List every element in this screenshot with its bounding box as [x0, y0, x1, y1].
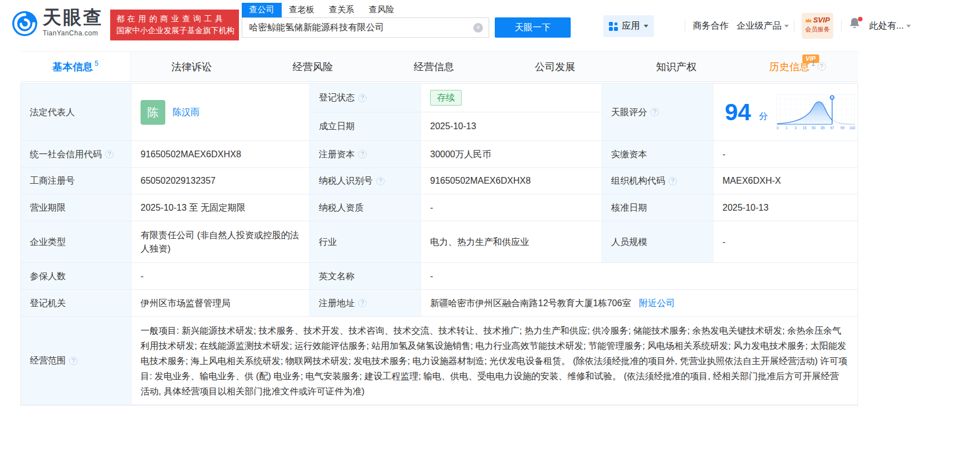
field-label-taxpayer-id: 纳税人识别号? — [310, 168, 421, 194]
tab-basic-info[interactable]: 基本信息 5 — [20, 52, 131, 81]
tianyancha-swirl-icon — [12, 11, 38, 37]
help-icon[interactable]: ? — [358, 94, 367, 102]
tab-legal-litigation[interactable]: 法律诉讼 — [131, 52, 252, 81]
apps-label: 应用 — [622, 20, 640, 32]
brand-name: 天眼查 — [43, 7, 103, 28]
help-icon[interactable]: ? — [358, 150, 367, 158]
top-header: 天眼查 TianYanCha.com 都在用的商业查询工具 国家中小企业发展子基… — [0, 0, 980, 51]
enterprise-products-link[interactable]: 企业级产品 — [737, 20, 789, 32]
search-tab-boss[interactable]: 查老板 — [282, 3, 322, 17]
tab-operation-risk[interactable]: 经营风险 — [252, 52, 374, 81]
tab-intellectual-property[interactable]: 知识产权 — [616, 52, 737, 81]
help-icon[interactable]: ? — [69, 357, 78, 365]
field-value-industry: 电力、热力生产和供应业 — [421, 221, 602, 263]
help-icon[interactable]: ? — [669, 177, 677, 185]
field-label-biz-term: 营业期限 — [21, 194, 132, 221]
help-icon[interactable]: ? — [358, 299, 367, 307]
score-value: 94 — [725, 101, 751, 124]
field-label-industry: 行业 — [310, 221, 421, 263]
search-tabs: 查公司 查老板 查关系 查风险 — [242, 3, 571, 17]
legal-rep-avatar[interactable]: 陈 — [141, 100, 165, 125]
field-value-english-name: - — [421, 263, 857, 290]
field-label-score: 天眼评分? — [602, 84, 713, 141]
apps-menu-button[interactable]: 应用 — [603, 15, 654, 37]
field-label-reg-address: 注册地址? — [310, 290, 421, 317]
promo-line1: 都在用的商业查询工具 — [116, 13, 233, 25]
legal-rep-link[interactable]: 陈汉雨 — [173, 106, 200, 119]
account-menu[interactable]: 此处有... — [869, 20, 911, 32]
nearby-companies-link[interactable]: 附近公司 — [639, 297, 675, 310]
notification-dot — [858, 17, 862, 21]
promo-line2: 国家中小企业发展子基金旗下机构 — [116, 25, 233, 37]
promo-banner: 都在用的商业查询工具 国家中小企业发展子基金旗下机构 — [110, 10, 239, 40]
help-icon[interactable]: ? — [105, 150, 114, 158]
search-tab-risk[interactable]: 查风险 — [362, 3, 401, 17]
brand-domain: TianYanCha.com — [43, 29, 103, 37]
svg-text:100: 100 — [849, 126, 855, 130]
company-section-tabs: 基本信息 5 法律诉讼 经营风险 经营信息 公司发展 知识产权 VIP 历史信息… — [20, 51, 858, 82]
svg-text:15: 15 — [802, 126, 806, 130]
score-distribution-chart: 0 1 3 15 50 85 97 99 100 — [775, 87, 855, 138]
basic-info-table: 法定代表人 陈 陈汉雨 登记状态? 存续 天眼评分? 94 分 — [20, 83, 858, 406]
field-value-org-code: MAEX6DXH-X — [713, 168, 857, 194]
field-value-business-scope: 一般项目: 新兴能源技术研发; 技术服务、技术开发、技术咨询、技术交流、技术转让… — [132, 317, 857, 405]
chevron-down-icon — [644, 25, 648, 28]
field-label-legal-rep: 法定代表人 — [21, 84, 132, 141]
header-divider — [794, 20, 794, 31]
field-label-business-scope: 经营范围? — [21, 317, 132, 405]
svg-text:99: 99 — [840, 126, 844, 130]
search-input[interactable] — [242, 18, 489, 37]
svg-text:1: 1 — [785, 126, 788, 130]
tab-count: 5 — [94, 60, 98, 67]
field-label-staff-size: 人员规模 — [602, 221, 713, 263]
field-label-reg-status: 登记状态? — [310, 84, 421, 112]
tab-company-development[interactable]: 公司发展 — [495, 52, 616, 81]
svg-text:97: 97 — [830, 126, 834, 130]
field-value-paid-capital: - — [713, 141, 857, 168]
field-value-staff-size: - — [713, 221, 857, 263]
status-badge: 存续 — [430, 90, 462, 106]
field-value-approval-date: 2025-10-13 — [713, 194, 857, 221]
field-value-reg-number: 650502029132357 — [132, 168, 310, 194]
header-divider — [685, 20, 685, 31]
field-value-reg-address: 新疆哈密市伊州区融合南路12号教育大厦1栋706室 附近公司 — [421, 290, 857, 317]
vip-badge: VIP — [802, 54, 819, 63]
field-value-reg-status: 存续 — [421, 84, 602, 112]
notifications-bell-icon[interactable] — [849, 17, 862, 32]
svg-text:50: 50 — [811, 126, 815, 130]
field-label-reg-capital: 注册资本? — [310, 141, 421, 168]
header-right: 应用 商务合作 企业级产品 SVIP 会员服务 — [596, 0, 980, 51]
field-value-legal-rep: 陈 陈汉雨 — [132, 84, 310, 141]
help-icon[interactable]: ? — [818, 62, 826, 71]
field-label-org-code: 组织机构代码? — [602, 168, 713, 194]
field-value-biz-term: 2025-10-13 至 无固定期限 — [132, 194, 310, 221]
field-label-paid-capital: 实缴资本 — [602, 141, 713, 168]
tab-count: 1 — [811, 60, 815, 67]
field-value-credit-code: 91650502MAEX6DXHX8 — [132, 141, 310, 168]
field-label-english-name: 英文名称 — [310, 263, 421, 290]
field-value-insured-count: - — [132, 263, 310, 290]
search-tab-company[interactable]: 查公司 — [242, 3, 282, 17]
tianyancha-company-page: 天眼查 TianYanCha.com 都在用的商业查询工具 国家中小企业发展子基… — [0, 0, 980, 450]
score-axis-labels: 0 1 3 15 50 85 97 99 100 — [776, 126, 855, 130]
search-module: 查公司 查老板 查关系 查风险 × 天眼一下 — [242, 3, 571, 38]
field-label-est-date: 成立日期 — [310, 112, 421, 141]
tianyancha-logo[interactable]: 天眼查 TianYanCha.com — [12, 7, 103, 37]
tab-operation-info[interactable]: 经营信息 — [373, 52, 495, 81]
chevron-down-icon — [906, 25, 911, 28]
field-label-credit-code: 统一社会信用代码? — [21, 141, 132, 168]
svip-member-button[interactable]: SVIP 会员服务 — [802, 13, 833, 39]
field-value-score: 94 分 — [713, 84, 857, 141]
search-button[interactable]: 天眼一下 — [495, 17, 571, 38]
search-input-wrap: × — [242, 17, 489, 38]
search-clear-icon[interactable]: × — [473, 23, 483, 33]
business-cooperation-link[interactable]: 商务合作 — [693, 20, 729, 32]
search-tab-relation[interactable]: 查关系 — [322, 3, 362, 17]
field-label-company-type: 企业类型 — [21, 221, 132, 263]
field-label-insured-count: 参保人数 — [21, 263, 132, 290]
tab-history-info[interactable]: VIP 历史信息 1 ? — [737, 52, 859, 81]
help-icon[interactable]: ? — [376, 177, 385, 185]
field-value-est-date: 2025-10-13 — [421, 112, 602, 141]
help-icon[interactable]: ? — [651, 108, 659, 116]
field-label-taxpayer-quality: 纳税人资质 — [310, 194, 421, 221]
